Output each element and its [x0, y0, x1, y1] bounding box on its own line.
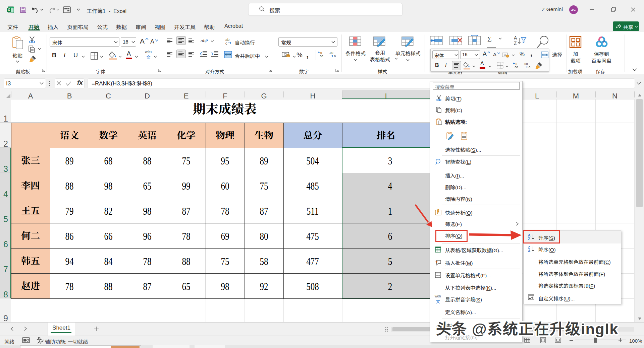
svg-text:ab: ab: [201, 38, 205, 43]
svg-text:0: 0: [516, 62, 517, 66]
svg-text:A: A: [514, 35, 517, 41]
svg-text:0: 0: [529, 66, 530, 69]
svg-text:A: A: [528, 249, 531, 253]
svg-text:.00: .00: [514, 66, 518, 69]
svg-text:.00: .00: [524, 62, 528, 66]
svg-text:Z: Z: [514, 41, 517, 46]
svg-text:0: 0: [320, 51, 322, 55]
svg-text:i: i: [438, 159, 439, 163]
svg-text:X: X: [8, 8, 10, 12]
svg-text:.00: .00: [329, 51, 333, 55]
svg-text:c: c: [225, 41, 227, 45]
svg-text:0: 0: [334, 55, 336, 58]
svg-text:.00: .00: [319, 55, 323, 58]
svg-text:Σ: Σ: [487, 35, 492, 43]
